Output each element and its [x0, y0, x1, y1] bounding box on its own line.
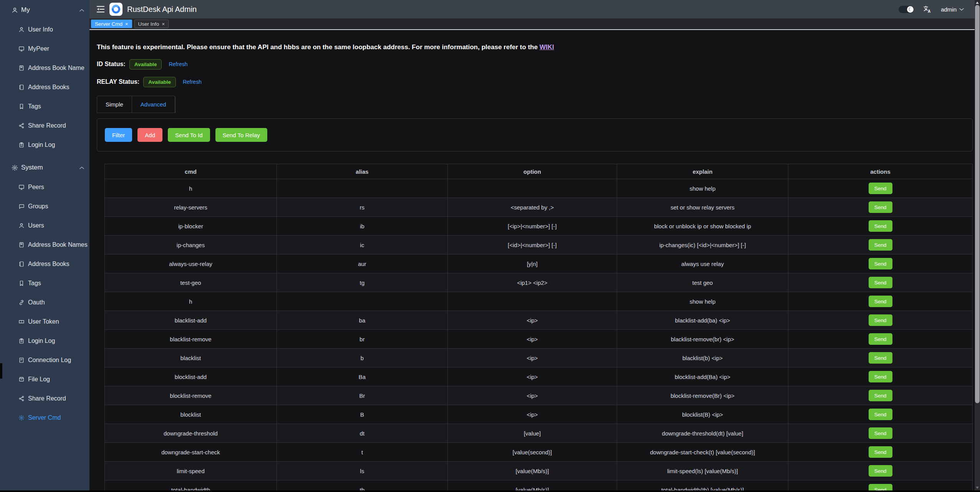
tag-tab[interactable]: Server Cmd × — [91, 20, 132, 28]
refresh-link[interactable]: Refresh — [169, 61, 187, 67]
close-icon[interactable]: × — [162, 22, 165, 27]
sidebar-group-system: System Peers Groups Users Address Book N… — [0, 158, 89, 427]
send-button[interactable]: Send — [869, 239, 892, 251]
monitor-icon — [18, 184, 25, 190]
sidebar-item[interactable]: Users — [0, 216, 89, 235]
send-button[interactable]: Send — [869, 183, 892, 194]
scroll-up-arrow-icon[interactable] — [976, 2, 979, 4]
cell-explain: show help — [617, 292, 788, 311]
cell-actions: Send — [788, 273, 973, 292]
toolbar-button[interactable]: Add — [137, 128, 162, 142]
page-scrollbar[interactable] — [975, 0, 980, 492]
status-row: RELAY Status: Available Refresh — [97, 76, 973, 87]
sidebar-item[interactable]: MyPeer — [0, 39, 89, 58]
sidebar-item-label: Connection Log — [28, 357, 71, 364]
cell-actions: Send — [788, 292, 973, 311]
send-button[interactable]: Send — [869, 427, 892, 439]
sidebar-item[interactable]: Tags — [0, 274, 89, 293]
send-button[interactable]: Send — [869, 409, 892, 420]
send-button[interactable]: Send — [869, 296, 892, 307]
wiki-link[interactable]: WIKI — [540, 43, 554, 51]
cell-alias: ba — [277, 311, 448, 330]
cell-alias: Ba — [277, 367, 448, 386]
mode-tabs: Simple Advanced — [97, 96, 175, 113]
doc-icon — [18, 357, 25, 363]
notebook-icon — [18, 84, 25, 90]
sidebar-item[interactable]: Server Cmd — [0, 408, 89, 427]
toolbar-button-label: Filter — [112, 132, 125, 138]
toolbar-button[interactable]: Filter — [105, 128, 132, 142]
sidebar: My User Info MyPeer Address Book Name Ad… — [0, 0, 89, 492]
tag-tab[interactable]: User Info × — [134, 20, 169, 28]
sidebar-item[interactable]: Login Log — [0, 331, 89, 351]
send-button[interactable]: Send — [869, 220, 892, 232]
table-row: ip-blocker ib [<ip>|<number>] [-] block … — [105, 217, 973, 236]
send-button[interactable]: Send — [869, 371, 892, 382]
sidebar-item[interactable]: Groups — [0, 197, 89, 216]
sidebar-item[interactable]: Address Book Name — [0, 58, 89, 78]
toolbar-button[interactable]: Send To Relay — [215, 128, 267, 142]
gear-icon — [12, 165, 18, 171]
cell-cmd: ip-changes — [105, 236, 277, 254]
hamburger-icon[interactable] — [96, 5, 105, 13]
sidebar-item-label: File Log — [28, 376, 50, 383]
sidebar-item[interactable]: Share Record — [0, 389, 89, 408]
sidebar-item[interactable]: User Token — [0, 312, 89, 331]
sidebar-item[interactable]: Oauth — [0, 293, 89, 312]
cell-explain: blacklist-remove(br) <ip> — [617, 330, 788, 349]
cell-option — [448, 292, 617, 311]
sidebar-item[interactable]: Address Books — [0, 254, 89, 274]
cell-option: <ip> — [448, 330, 617, 349]
status-badge: Available — [143, 77, 176, 87]
cell-explain: blocklist-remove(Br) <ip> — [617, 386, 788, 405]
cell-actions: Send — [788, 330, 973, 349]
sidebar-item[interactable]: Address Books — [0, 78, 89, 97]
translate-icon[interactable]: A — [923, 5, 932, 13]
cell-alias: t — [277, 443, 448, 462]
cell-option: <separated by ,> — [448, 198, 617, 217]
sidebar-item[interactable]: Share Record — [0, 116, 89, 135]
svg-text:A: A — [928, 9, 930, 13]
chat-icon — [18, 203, 25, 209]
sidebar-item[interactable]: File Log — [0, 370, 89, 389]
cell-actions: Send — [788, 311, 973, 330]
table-row: blocklist-remove Br <ip> blocklist-remov… — [105, 386, 973, 405]
dark-mode-toggle[interactable]: ☾ — [899, 6, 914, 13]
sidebar-item[interactable]: Peers — [0, 178, 89, 197]
user-menu[interactable]: admin — [941, 6, 964, 13]
send-button[interactable]: Send — [869, 277, 892, 288]
send-button[interactable]: Send — [869, 314, 892, 326]
mode-tab[interactable]: Advanced — [132, 96, 175, 113]
bookmark-icon — [18, 103, 25, 110]
cell-actions: Send — [788, 179, 973, 198]
status-label: ID Status: — [97, 61, 126, 68]
cell-alias: tg — [277, 273, 448, 292]
cell-option — [448, 179, 617, 198]
cell-explain: blocklist(B) <ip> — [617, 405, 788, 424]
toolbar-button[interactable]: Send To Id — [168, 128, 210, 142]
sidebar-item[interactable]: Connection Log — [0, 351, 89, 370]
refresh-link[interactable]: Refresh — [183, 79, 202, 85]
sidebar-item[interactable]: Address Book Names — [0, 235, 89, 254]
send-button[interactable]: Send — [869, 352, 892, 364]
sidebar-item[interactable]: Tags — [0, 97, 89, 116]
sidebar-item[interactable]: Login Log — [0, 135, 89, 155]
send-button[interactable]: Send — [869, 201, 892, 213]
send-button[interactable]: Send — [869, 258, 892, 269]
sidebar-item[interactable]: User Info — [0, 20, 89, 39]
cell-option: <ip> — [448, 386, 617, 405]
cell-cmd: blacklist — [105, 349, 277, 367]
send-button[interactable]: Send — [869, 333, 892, 345]
mode-tab-label: Simple — [106, 101, 123, 108]
sidebar-group-header-system[interactable]: System — [0, 158, 89, 178]
close-icon[interactable]: × — [125, 22, 128, 27]
send-button[interactable]: Send — [869, 465, 892, 477]
scroll-down-arrow-icon[interactable] — [976, 487, 979, 489]
send-button[interactable]: Send — [869, 390, 892, 401]
col-header-actions: actions — [788, 164, 973, 179]
mode-tab[interactable]: Simple — [97, 96, 132, 113]
send-button[interactable]: Send — [869, 446, 892, 458]
sidebar-group-header-my[interactable]: My — [0, 0, 89, 20]
sidebar-item-label: Address Books — [28, 261, 70, 268]
scrollbar-thumb[interactable] — [975, 5, 980, 403]
